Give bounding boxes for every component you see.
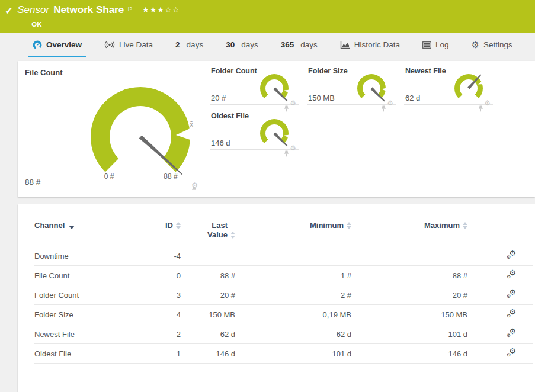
- tab-365-days[interactable]: 365 days: [281, 33, 318, 57]
- channel-name: Downtime: [34, 246, 144, 266]
- channel-last-value: [181, 246, 235, 266]
- gear-icon: ⚙: [507, 353, 511, 358]
- settings-gear-icon: ⚙: [472, 40, 479, 49]
- channel-id: 0: [144, 266, 181, 285]
- tab-prefix: 2: [175, 40, 180, 49]
- gauge-icon: [33, 40, 42, 50]
- gauges-panel: File Count 0 # 88 # x̄ 88 # ⚙ Folder: [18, 61, 535, 197]
- pin-icon[interactable]: [381, 105, 386, 112]
- column-header-id[interactable]: ID: [144, 217, 181, 246]
- table-row: File Count 0 88 # 1 # 88 # ⚙⚙: [34, 266, 533, 285]
- channel-last-value: 150 MB: [181, 305, 235, 324]
- column-header-channel[interactable]: Channel: [34, 217, 144, 246]
- channel-id: -4: [144, 246, 181, 266]
- tab-label: Settings: [483, 40, 512, 49]
- sensor-header: ✓ Sensor Network Share ⚐ ★★★☆☆ OK: [0, 0, 535, 33]
- table-row: Newest File 2 62 d 62 d 101 d ⚙⚙: [34, 324, 533, 344]
- channel-maximum: 101 d: [351, 324, 467, 344]
- oldest-file-gauge: [257, 118, 291, 150]
- log-icon: [422, 41, 431, 49]
- gauge-settings-gear-icon[interactable]: ⚙: [290, 144, 296, 152]
- channel-minimum: 101 d: [235, 344, 351, 364]
- historic-chart-icon: [340, 41, 350, 49]
- table-header-row: Channel ID Last Value Minimum Maximum: [34, 217, 533, 246]
- tab-live-data[interactable]: Live Data: [104, 33, 153, 57]
- gauge-average-marker-label: x̄: [190, 120, 193, 128]
- column-label: Channel: [34, 221, 65, 230]
- gauge-settings-gear-icon[interactable]: ⚙: [387, 99, 393, 107]
- tab-label: Log: [435, 40, 449, 49]
- column-header-actions: [467, 217, 533, 246]
- gauge-scale-max: 88 #: [158, 172, 184, 181]
- column-label: Last Value: [199, 221, 228, 240]
- table-row: Oldest File 1 146 d 101 d 146 d ⚙⚙: [34, 344, 533, 364]
- gauge-scale-min: 0 #: [96, 172, 122, 181]
- gauge-settings-gear-icon[interactable]: ⚙: [290, 99, 296, 107]
- channel-last-value: 88 #: [181, 266, 235, 285]
- gauge-tile-file-count: File Count 0 # 88 # x̄ 88 # ⚙: [24, 67, 201, 189]
- tab-historic-data[interactable]: Historic Data: [340, 33, 400, 57]
- channel-maximum: 146 d: [351, 344, 467, 364]
- tab-log[interactable]: Log: [422, 33, 449, 57]
- channels-panel: Channel ID Last Value Minimum Maximum: [18, 204, 535, 392]
- gauge-settings-gear-icon[interactable]: ⚙: [484, 99, 491, 107]
- gauge-current-value: 146 d: [211, 139, 230, 147]
- tab-label: Live Data: [119, 40, 153, 49]
- channel-minimum: 62 d: [235, 324, 351, 344]
- channel-last-value: 62 d: [181, 324, 235, 344]
- channel-id: 3: [144, 285, 181, 305]
- tab-label: days: [187, 40, 204, 49]
- gauge-current-value: 20 #: [211, 94, 226, 102]
- channel-settings-icon[interactable]: ⚙⚙: [507, 270, 516, 279]
- channel-name: Folder Size: [34, 305, 144, 324]
- tab-label: Overview: [46, 40, 82, 49]
- table-row: Folder Count 3 20 # 2 # 20 # ⚙⚙: [34, 285, 533, 305]
- sensor-type-label: Sensor: [17, 4, 49, 16]
- channel-settings-icon[interactable]: ⚙⚙: [507, 329, 516, 338]
- gauge-tile-folder-count: Folder Count 20 # ⚙: [210, 67, 299, 105]
- content-area: File Count 0 # 88 # x̄ 88 # ⚙ Folder: [0, 57, 535, 392]
- live-data-icon: [104, 40, 115, 49]
- sensor-status-badge: OK: [31, 18, 180, 30]
- sort-icon: [230, 232, 235, 239]
- tab-2-days[interactable]: 2 days: [175, 33, 203, 57]
- channel-name: File Count: [34, 266, 144, 285]
- gear-icon: ⚙: [507, 294, 511, 299]
- channel-minimum: 0,19 MB: [235, 305, 351, 324]
- gauge-current-value: 88 #: [25, 178, 40, 187]
- gear-icon: ⚙: [507, 255, 511, 260]
- channel-settings-icon[interactable]: ⚙⚙: [507, 290, 516, 298]
- column-header-last-value[interactable]: Last Value: [181, 217, 235, 246]
- channel-name: Newest File: [34, 324, 144, 344]
- tab-settings[interactable]: ⚙ Settings: [472, 33, 512, 57]
- channel-minimum: 2 #: [235, 285, 351, 305]
- channel-settings-icon[interactable]: ⚙⚙: [507, 348, 516, 357]
- gauge-title: Folder Size: [308, 67, 348, 75]
- channel-settings-icon[interactable]: ⚙⚙: [507, 309, 516, 318]
- pin-icon[interactable]: [478, 105, 483, 112]
- tab-30-days[interactable]: 30 days: [226, 33, 258, 57]
- table-row: Downtime -4 ⚙⚙: [34, 246, 533, 266]
- gauge-title: Newest File: [405, 67, 446, 75]
- channel-last-value: 20 #: [181, 285, 235, 305]
- pin-icon[interactable]: [284, 105, 289, 112]
- pin-icon[interactable]: [191, 187, 197, 193]
- tab-label: days: [300, 40, 318, 49]
- tab-overview[interactable]: Overview: [33, 33, 82, 57]
- channel-maximum: [351, 246, 467, 266]
- gauge-current-value: 62 d: [405, 94, 420, 102]
- sensor-name: Network Share: [53, 4, 124, 16]
- folder-count-gauge: [257, 73, 291, 105]
- prtg-sensor-page: ✓ Sensor Network Share ⚐ ★★★☆☆ OK Overvi…: [0, 0, 535, 392]
- pin-icon[interactable]: [284, 150, 289, 157]
- sort-icon: [463, 222, 467, 229]
- priority-flag-icon[interactable]: ⚐: [127, 3, 133, 15]
- gauge-title: Oldest File: [211, 112, 249, 120]
- column-header-maximum[interactable]: Maximum: [351, 217, 467, 246]
- channels-table: Channel ID Last Value Minimum Maximum: [34, 217, 533, 364]
- table-row: Folder Size 4 150 MB 0,19 MB 150 MB ⚙⚙: [34, 305, 533, 324]
- priority-stars[interactable]: ★★★☆☆: [142, 4, 180, 16]
- column-header-minimum[interactable]: Minimum: [235, 217, 351, 246]
- channel-settings-icon[interactable]: ⚙⚙: [507, 250, 516, 259]
- gauge-tile-oldest-file: Oldest File 146 d ⚙: [210, 112, 299, 150]
